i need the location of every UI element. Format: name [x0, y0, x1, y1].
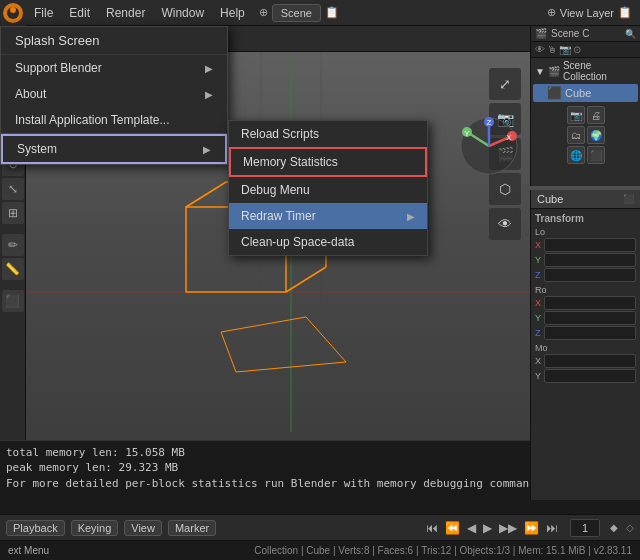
debug-menu-label: Debug Menu	[241, 183, 310, 197]
debug-menu-item[interactable]: Debug Menu	[229, 177, 427, 203]
rot-x-label: X	[535, 298, 543, 308]
memory-statistics-label: Memory Statistics	[243, 155, 338, 169]
world-props-icon[interactable]: 🌐	[567, 146, 585, 164]
splash-screen-label: Splash Screen	[15, 33, 100, 48]
transform-section: Transform Lo X Y Z Ro X Y Z	[531, 209, 640, 388]
frame-end-indicator: ◇	[626, 522, 634, 533]
top-bar: File Edit Render Window Help ⊕ Scene 📋 ⊕…	[0, 0, 640, 26]
system-submenu: Reload Scripts Memory Statistics Debug M…	[228, 120, 428, 256]
cleanup-space-item[interactable]: Clean-up Space-data	[229, 229, 427, 255]
filter-icon[interactable]: 👁	[535, 44, 545, 55]
view-layer-props-icon[interactable]: 🗂	[567, 126, 585, 144]
about-item[interactable]: About ▶	[1, 81, 227, 107]
scene-collection-arrow: ▼	[535, 66, 545, 77]
marker-btn[interactable]: Marker	[168, 520, 216, 536]
timeline-controls: ⏮ ⏪ ◀ ▶ ▶▶ ⏩ ⏭	[424, 521, 560, 535]
status-left: ext Menu	[8, 545, 49, 556]
rot-x-input[interactable]	[544, 296, 636, 310]
splash-screen-item[interactable]: Splash Screen	[1, 27, 227, 55]
outliner-header: 🎬 Scene C 🔍	[531, 26, 640, 42]
overlay-btn[interactable]: 👁	[489, 208, 521, 240]
scale-x-label: X	[535, 356, 543, 366]
select-filter-icon[interactable]: 🖱	[547, 44, 557, 55]
cube-outliner-item[interactable]: ⬛ Cube	[533, 84, 638, 102]
cube-outliner-label: Cube	[565, 87, 591, 99]
menu-window[interactable]: Window	[153, 0, 212, 25]
skip-end-btn[interactable]: ⏭	[544, 521, 560, 535]
transform-tool-btn[interactable]: ⊞	[2, 202, 24, 224]
output-props-icon[interactable]: 🖨	[587, 106, 605, 124]
render-filter-icon[interactable]: 📷	[559, 44, 571, 55]
measure-tool-btn[interactable]: 📏	[2, 258, 24, 280]
menu-file[interactable]: File	[26, 0, 61, 25]
outliner-search-icon[interactable]: 🔍	[625, 29, 636, 39]
rotation-label: Ro	[535, 285, 549, 295]
rot-z-input[interactable]	[544, 326, 636, 340]
timeline-bar: Playback Keying View Marker ⏮ ⏪ ◀ ▶ ▶▶ ⏩…	[0, 514, 640, 540]
redraw-timer-arrow: ▶	[407, 211, 415, 222]
viewport-gizmo[interactable]: X Y Z	[457, 114, 522, 179]
prev-keyframe-btn[interactable]: ⏪	[443, 521, 462, 535]
transform-title: Transform	[535, 213, 636, 224]
reload-scripts-item[interactable]: Reload Scripts	[229, 121, 427, 147]
view-layer-label: View Layer	[560, 7, 614, 19]
support-blender-arrow: ▶	[205, 63, 213, 74]
rot-y-input[interactable]	[544, 311, 636, 325]
scene-icon: ⊕	[259, 6, 268, 19]
scale-y-input[interactable]	[544, 369, 636, 383]
menu-edit[interactable]: Edit	[61, 0, 98, 25]
scene-selector[interactable]: Scene	[272, 4, 321, 22]
menu-render[interactable]: Render	[98, 0, 153, 25]
next-keyframe-btn[interactable]: ⏩	[522, 521, 541, 535]
scene-collection-icon: 🎬	[548, 66, 560, 77]
scale-tool-btn[interactable]: ⤡	[2, 178, 24, 200]
blender-logo	[0, 0, 26, 26]
scene-block: ⊕ Scene 📋	[259, 4, 339, 22]
loc-z-input[interactable]	[544, 268, 636, 282]
hide-filter-icon[interactable]: ⊙	[573, 44, 581, 55]
scene-icon-outliner: 🎬	[535, 28, 547, 39]
memory-statistics-item[interactable]: Memory Statistics	[229, 147, 427, 177]
next-frame-btn[interactable]: ▶▶	[497, 521, 519, 535]
prev-frame-btn[interactable]: ◀	[465, 521, 478, 535]
redraw-timer-item[interactable]: Redraw Timer ▶	[229, 203, 427, 229]
loc-y-input[interactable]	[544, 253, 636, 267]
menu-bar: File Edit Render Window Help	[26, 0, 253, 25]
loc-y-label: Y	[535, 255, 543, 265]
properties-panel: Cube ⬛ Transform Lo X Y Z Ro X Y	[530, 190, 640, 500]
keying-btn[interactable]: Keying	[71, 520, 119, 536]
svg-line-15	[286, 267, 326, 292]
render-props-icon[interactable]: 📷	[567, 106, 585, 124]
outliner-title: Scene C	[551, 28, 589, 39]
add-cube-btn[interactable]: ⬛	[2, 290, 24, 312]
location-label: Lo	[535, 227, 549, 237]
zoom-extents-btn[interactable]: ⤢	[489, 68, 521, 100]
system-item[interactable]: System ▶	[1, 134, 227, 164]
redraw-timer-label: Redraw Timer	[241, 209, 316, 223]
console-line-4: For more detailed per-block statistics r…	[6, 476, 524, 491]
svg-marker-17	[221, 317, 346, 372]
annotate-tool-btn[interactable]: ✏	[2, 234, 24, 256]
scene-collection-label: Scene Collection	[563, 60, 636, 82]
scale-y-label: Y	[535, 371, 543, 381]
scene-props-icon[interactable]: 🌍	[587, 126, 605, 144]
playback-btn[interactable]: Playback	[6, 520, 65, 536]
support-blender-item[interactable]: Support Blender ▶	[1, 55, 227, 81]
frame-current-input[interactable]	[570, 519, 600, 537]
install-template-item[interactable]: Install Application Template...	[1, 107, 227, 134]
keyframe-indicator: ◆	[610, 522, 618, 533]
console-line-2: peak memory len: 29.323 MB	[6, 460, 524, 475]
loc-x-input[interactable]	[544, 238, 636, 252]
menu-help[interactable]: Help	[212, 0, 253, 25]
support-blender-label: Support Blender	[15, 61, 102, 75]
object-props-icon[interactable]: ⬛	[587, 146, 605, 164]
scene-collection-item[interactable]: ▼ 🎬 Scene Collection	[531, 58, 640, 84]
skip-start-btn[interactable]: ⏮	[424, 521, 440, 535]
view-btn[interactable]: View	[124, 520, 162, 536]
status-right: Collection | Cube | Verts:8 | Faces:6 | …	[254, 545, 632, 556]
play-btn[interactable]: ▶	[481, 521, 494, 535]
scale-x-input[interactable]	[544, 354, 636, 368]
loc-x-label: X	[535, 240, 543, 250]
file-dropdown-menu: Splash Screen Support Blender ▶ About ▶ …	[0, 26, 228, 165]
system-label: System	[17, 142, 57, 156]
